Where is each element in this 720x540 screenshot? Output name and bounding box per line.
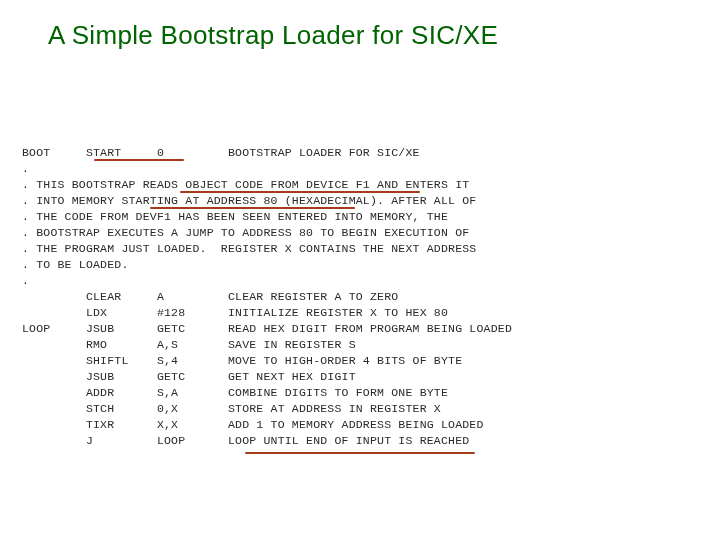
code-line: . BOOTSTRAP EXECUTES A JUMP TO ADDRESS 8… — [22, 226, 469, 239]
code-line: . THE PROGRAM JUST LOADED. REGISTER X CO… — [22, 242, 476, 255]
code-line: . TO BE LOADED. — [22, 258, 129, 271]
code-line: JSUB GETC GET NEXT HEX DIGIT — [22, 370, 356, 383]
code-line: TIXR X,X ADD 1 TO MEMORY ADDRESS BEING L… — [22, 418, 484, 431]
code-line: . THE CODE FROM DEVF1 HAS BEEN SEEN ENTE… — [22, 210, 448, 223]
code-line: BOOT START 0 BOOTSTRAP LOADER FOR SIC/XE — [22, 146, 420, 159]
code-line: LDX #128 INITIALIZE REGISTER X TO HEX 80 — [22, 306, 448, 319]
code-line: SHIFTL S,4 MOVE TO HIGH-ORDER 4 BITS OF … — [22, 354, 462, 367]
code-line: . — [22, 274, 29, 287]
code-line: J LOOP LOOP UNTIL END OF INPUT IS REACHE… — [22, 434, 469, 447]
code-line: . INTO MEMORY STARTING AT ADDRESS 80 (HE… — [22, 194, 476, 207]
code-line: CLEAR A CLEAR REGISTER A TO ZERO — [22, 290, 398, 303]
code-line: RMO A,S SAVE IN REGISTER S — [22, 338, 356, 351]
code-line: . THIS BOOTSTRAP READS OBJECT CODE FROM … — [22, 178, 469, 191]
code-line: ADDR S,A COMBINE DIGITS TO FORM ONE BYTE — [22, 386, 448, 399]
highlight-underline — [94, 159, 184, 161]
slide-title: A Simple Bootstrap Loader for SIC/XE — [0, 0, 720, 51]
highlight-underline — [150, 207, 355, 209]
highlight-underline — [180, 191, 420, 193]
code-line: STCH 0,X STORE AT ADDRESS IN REGISTER X — [22, 402, 441, 415]
code-line: . — [22, 162, 29, 175]
highlight-underline — [245, 452, 475, 454]
code-line: LOOP JSUB GETC READ HEX DIGIT FROM PROGR… — [22, 322, 512, 335]
